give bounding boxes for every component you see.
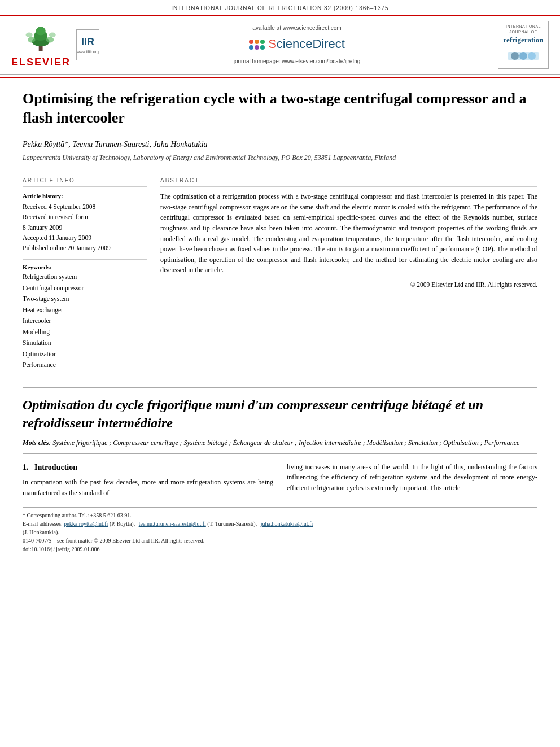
email1-name: (P. Röyttä), bbox=[110, 521, 135, 527]
keyword-5: Modelling bbox=[23, 327, 147, 338]
copyright-line: © 2009 Elsevier Ltd and IIR. All rights … bbox=[160, 280, 537, 289]
journal-header-text: INTERNATIONAL JOURNAL OF REFRIGERATION 3… bbox=[171, 5, 388, 11]
keyword-6: Simulation bbox=[23, 338, 147, 349]
intro-left-col: 1. Introduction In comparison with the p… bbox=[23, 462, 273, 499]
affiliation: Lappeenranta University of Technology, L… bbox=[23, 153, 537, 163]
svg-point-9 bbox=[511, 52, 519, 60]
sd-dots-icon bbox=[249, 40, 265, 50]
svg-point-7 bbox=[49, 32, 55, 37]
journal-badge-title: refrigeration bbox=[501, 35, 546, 45]
intro-heading: 1. Introduction bbox=[23, 462, 273, 473]
keyword-3: Heat exchanger bbox=[23, 305, 147, 316]
abstract-header: ABSTRACT bbox=[160, 177, 537, 187]
main-content: Optimising the refrigeration cycle with … bbox=[0, 80, 560, 565]
keywords-section: Keywords: Refrigeration system Centrifug… bbox=[23, 259, 147, 371]
article-info-col: ARTICLE INFO Article history: Received 4… bbox=[23, 177, 147, 371]
intro-title: Introduction bbox=[34, 463, 77, 471]
article-title: Optimising the refrigeration cycle with … bbox=[23, 89, 537, 131]
keyword-4: Intercooler bbox=[23, 316, 147, 327]
email-footnote: E-mail addresses: pekka.roytta@lut.fi (P… bbox=[23, 519, 537, 528]
center-logos: available at www.sciencedirect.com Scien… bbox=[96, 24, 498, 65]
history-label: Article history: bbox=[23, 191, 147, 202]
keyword-8: Performance bbox=[23, 360, 147, 371]
intro-right-col: living increases in many areas of the wo… bbox=[287, 462, 537, 499]
sciencedirect-text: ScienceDirect bbox=[268, 36, 345, 53]
abstract-text: The optimisation of a refrigeration proc… bbox=[160, 191, 537, 276]
journal-homepage: journal homepage: www.elsevier.com/locat… bbox=[234, 58, 361, 65]
intro-number: 1. bbox=[23, 463, 29, 471]
doi-line: doi:10.1016/j.ijrefrig.2009.01.006 bbox=[23, 545, 537, 553]
intro-section: 1. Introduction In comparison with the p… bbox=[23, 462, 537, 499]
authors-line: Pekka Röyttä*, Teemu Turunen-Saaresti, J… bbox=[23, 139, 537, 150]
available-text: available at www.sciencedirect.com bbox=[252, 24, 341, 32]
email3-link[interactable]: juha.honkatukia@lut.fi bbox=[261, 521, 313, 527]
content-divider-top bbox=[23, 172, 537, 172]
email-label: E-mail addresses: bbox=[23, 521, 63, 527]
received2: Received in revised form bbox=[23, 212, 147, 222]
two-col-section: ARTICLE INFO Article history: Received 4… bbox=[23, 177, 537, 371]
keyword-1: Centrifugal compressor bbox=[23, 283, 147, 294]
email1-link[interactable]: pekka.roytta@lut.fi bbox=[64, 521, 108, 527]
svg-point-10 bbox=[519, 52, 527, 60]
svg-point-11 bbox=[528, 52, 536, 60]
content-divider-mid bbox=[23, 377, 537, 377]
keywords-list: Refrigeration system Centrifugal compres… bbox=[23, 272, 147, 371]
keyword-0: Refrigeration system bbox=[23, 272, 147, 283]
intro-right-text: living increases in many areas of the wo… bbox=[287, 462, 537, 493]
journal-badge: INTERNATIONAL JOURNAL OF refrigeration bbox=[498, 21, 549, 69]
footnote-section: * Corresponding author. Tel.: +358 5 621… bbox=[23, 507, 537, 553]
sciencedirect-logo: ScienceDirect bbox=[249, 36, 345, 53]
email2-link[interactable]: teemu.turunen-saaresti@lut.fi bbox=[139, 521, 206, 527]
svg-point-6 bbox=[25, 32, 32, 37]
published: Published online 20 January 2009 bbox=[23, 243, 147, 253]
abstract-col: ABSTRACT The optimisation of a refrigera… bbox=[160, 177, 537, 371]
corresponding-text: * Corresponding author. Tel.: +358 5 621… bbox=[23, 512, 132, 518]
elsevier-tree-icon bbox=[19, 20, 64, 54]
corresponding-footnote: * Corresponding author. Tel.: +358 5 621… bbox=[23, 511, 537, 519]
issn-line: 0140-7007/$ – see front matter © 2009 El… bbox=[23, 536, 537, 545]
keyword-7: Optimization bbox=[23, 349, 147, 360]
keyword-2: Two-stage system bbox=[23, 294, 147, 305]
received1: Received 4 September 2008 bbox=[23, 202, 147, 212]
red-divider bbox=[0, 77, 560, 78]
french-title: Optimisation du cycle frigorifique muni … bbox=[23, 387, 537, 433]
article-info-content: Article history: Received 4 September 20… bbox=[23, 191, 147, 254]
journal-badge-subtitle: INTERNATIONAL JOURNAL OF bbox=[501, 24, 546, 35]
left-logos: ELSEVIER IIR www.iifiir.org bbox=[11, 20, 96, 69]
french-keywords-label: Mots clés bbox=[23, 439, 49, 447]
email3-name: (J. Honkatukia). bbox=[23, 529, 59, 535]
french-keywords-text: : Système frigorifique ; Compresseur cen… bbox=[49, 439, 519, 447]
logo-bar: ELSEVIER IIR www.iifiir.org available at… bbox=[0, 15, 560, 75]
journal-header: INTERNATIONAL JOURNAL OF REFRIGERATION 3… bbox=[0, 0, 560, 15]
email3-name-line: (J. Honkatukia). bbox=[23, 528, 537, 536]
journal-badge-box: INTERNATIONAL JOURNAL OF refrigeration bbox=[498, 21, 549, 69]
email2-name: (T. Turunen-Saaresti), bbox=[207, 521, 257, 527]
svg-point-4 bbox=[28, 37, 36, 42]
received2b: 8 January 2009 bbox=[23, 222, 147, 233]
article-info-header: ARTICLE INFO bbox=[23, 177, 147, 187]
svg-point-3 bbox=[36, 27, 45, 35]
authors-text: Pekka Röyttä*, Teemu Turunen-Saaresti, J… bbox=[23, 140, 208, 148]
journal-badge-graphic bbox=[501, 47, 546, 66]
intro-left-text: In comparison with the past few decades,… bbox=[23, 477, 273, 498]
french-keywords: Mots clés: Système frigorifique ; Compre… bbox=[23, 438, 537, 454]
elsevier-logo: ELSEVIER bbox=[11, 20, 71, 69]
accepted: Accepted 11 January 2009 bbox=[23, 233, 147, 243]
svg-point-5 bbox=[46, 37, 54, 42]
keywords-label: Keywords: bbox=[23, 263, 147, 272]
elsevier-wordmark: ELSEVIER bbox=[11, 55, 71, 69]
